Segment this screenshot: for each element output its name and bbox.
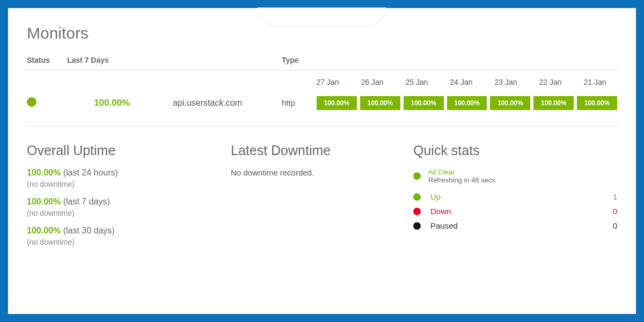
- quick-stat-paused: Paused 0: [413, 218, 617, 233]
- uptime-bar: 100.00%: [577, 96, 617, 110]
- uptime-bar: 100.00%: [360, 96, 400, 110]
- up-dot-icon: [413, 193, 421, 201]
- quick-stats-header: All Clear Refreshing in 46 secs: [413, 168, 617, 184]
- quick-stat-down: Down 0: [413, 204, 617, 218]
- quick-stats-title: Quick stats: [413, 143, 617, 158]
- uptime-period: (last 7 days): [63, 197, 110, 206]
- up-count: 1: [613, 192, 617, 201]
- status-dot-icon: [27, 97, 36, 107]
- monitor-row[interactable]: 100.00% api.userstack.com http 100.00% 1…: [27, 86, 617, 127]
- date-cell: 26 Jan: [350, 78, 394, 86]
- header-last7days: Last 7 Days: [67, 56, 282, 64]
- latest-downtime-title: Latest Downtime: [231, 143, 392, 158]
- uptime-bar: 100.00%: [404, 96, 444, 110]
- uptime-pct: 100.00%: [27, 226, 61, 235]
- overall-uptime-title: Overall Uptime: [27, 143, 209, 158]
- uptime-pct: 100.00%: [27, 168, 61, 177]
- uptime-note: (no downtime): [27, 238, 209, 246]
- status-panel: Monitors Status Last 7 Days Type 27 Jan …: [8, 8, 636, 314]
- monitor-name: api.userstack.com: [173, 98, 242, 108]
- date-cells: 27 Jan 26 Jan 25 Jan 24 Jan 23 Jan 22 Ja…: [305, 78, 617, 86]
- status-dot-icon: [413, 172, 421, 180]
- date-cell: 21 Jan: [573, 78, 617, 86]
- all-clear-label: All Clear: [428, 168, 495, 176]
- date-cell: 24 Jan: [439, 78, 484, 86]
- page-title: Monitors: [27, 24, 617, 42]
- overall-uptime-section: Overall Uptime 100.00% (last 24 hours) (…: [27, 143, 209, 255]
- date-cell: 23 Jan: [484, 78, 528, 86]
- uptime-bar-grid: 100.00% 100.00% 100.00% 100.00% 100.00% …: [314, 96, 617, 110]
- quick-stats-section: Quick stats All Clear Refreshing in 46 s…: [413, 143, 617, 255]
- date-row: 27 Jan 26 Jan 25 Jan 24 Jan 23 Jan 22 Ja…: [27, 70, 617, 86]
- latest-downtime-section: Latest Downtime No downtime recorded.: [231, 143, 392, 255]
- header-type: Type: [282, 56, 314, 64]
- paused-dot-icon: [413, 222, 421, 230]
- date-cell: 27 Jan: [305, 78, 350, 86]
- header-dates-spacer: [314, 56, 617, 64]
- uptime-bar: 100.00%: [447, 96, 487, 110]
- uptime-bar: 100.00%: [533, 96, 574, 110]
- monitor-type: http: [282, 98, 295, 107]
- date-cell: 22 Jan: [528, 78, 573, 86]
- down-dot-icon: [413, 208, 421, 215]
- paused-count: 0: [613, 221, 617, 230]
- up-label: Up: [430, 192, 604, 201]
- down-label: Down: [430, 207, 604, 216]
- paused-label: Paused: [430, 221, 604, 230]
- header-status: Status: [27, 56, 67, 64]
- down-count: 0: [613, 207, 617, 216]
- downtime-message: No downtime recorded.: [231, 168, 392, 177]
- date-cell: 25 Jan: [394, 78, 439, 86]
- monitor-uptime-pct: 100.00%: [94, 98, 130, 108]
- notch-decoration: [258, 8, 386, 26]
- uptime-period: (last 24 hours): [63, 168, 118, 177]
- lower-sections: Overall Uptime 100.00% (last 24 hours) (…: [27, 127, 617, 255]
- uptime-period: (last 30 days): [63, 226, 115, 235]
- quick-stat-up: Up 1: [413, 189, 617, 204]
- monitors-table-header: Status Last 7 Days Type: [27, 56, 617, 70]
- uptime-note: (no downtime): [27, 209, 209, 217]
- uptime-bar: 100.00%: [490, 96, 530, 110]
- uptime-bar: 100.00%: [317, 96, 357, 110]
- uptime-note: (no downtime): [27, 180, 209, 188]
- refreshing-label: Refreshing in 46 secs: [428, 176, 495, 184]
- uptime-pct: 100.00%: [27, 197, 61, 206]
